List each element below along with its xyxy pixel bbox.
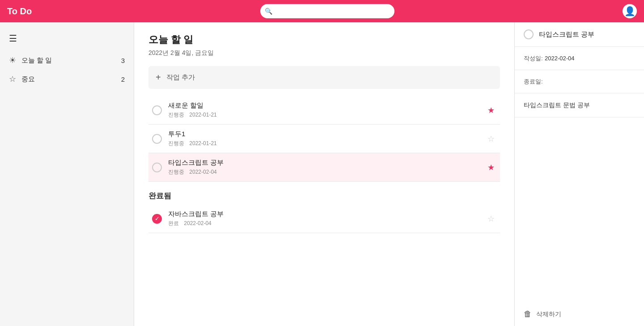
search-container: 🔍: [32, 4, 623, 18]
sidebar: ☰ ☀ 오늘 할 일 3 ☆ 중요 2: [0, 22, 134, 326]
task-meta-new: 진행중 2022-01-21: [168, 111, 486, 119]
star-outline-icon: ☆: [9, 74, 16, 84]
done-tasks-list: ✓ 자바스크립트 공부 완료 2022-02-04 ☆: [148, 205, 500, 233]
task-star-js[interactable]: ☆: [486, 212, 496, 226]
task-content-todo1: 투두1 진행중 2022-01-21: [168, 130, 486, 147]
panel-delete-label: 삭제하기: [536, 310, 561, 318]
panel-task-name: 타입스크립트 공부: [539, 30, 594, 39]
task-item-new[interactable]: 새로운 할일 진행중 2022-01-21 ★: [148, 96, 500, 125]
search-input[interactable]: [260, 4, 394, 18]
sun-icon: ☀: [9, 55, 16, 65]
task-name-js: 자바스크립트 공부: [168, 210, 486, 218]
task-content-new: 새로운 할일 진행중 2022-01-21: [168, 101, 486, 119]
task-meta-todo1: 진행중 2022-01-21: [168, 140, 486, 147]
user-avatar[interactable]: 👤: [623, 4, 637, 18]
add-task-bar[interactable]: + 작업 추가: [148, 66, 500, 89]
main-layout: ☰ ☀ 오늘 할 일 3 ☆ 중요 2 오늘 할 일 2022년 2월 4일, …: [0, 22, 644, 326]
task-status-js: 완료: [168, 220, 179, 226]
panel-created-section: 작성일: 2022-02-04: [515, 47, 644, 70]
app-header: To Do 🔍 👤: [0, 0, 644, 22]
search-wrapper: 🔍: [260, 4, 394, 18]
task-date-js: 2022-02-04: [184, 220, 211, 226]
task-star-typescript[interactable]: ★: [486, 161, 496, 174]
add-icon: +: [156, 72, 161, 83]
page-date: 2022년 2월 4일, 금요일: [148, 49, 500, 57]
sidebar-item-today[interactable]: ☀ 오늘 할 일 3: [0, 51, 134, 70]
task-star-todo1[interactable]: ☆: [486, 132, 496, 146]
panel-memo-section: 타입스크립트 문법 공부: [515, 93, 644, 117]
todo-tasks-list: 새로운 할일 진행중 2022-01-21 ★ 투두1 진행중 2022-01-…: [148, 96, 500, 182]
task-check-js[interactable]: ✓: [152, 214, 162, 224]
sidebar-important-count: 2: [121, 75, 125, 83]
panel-task-title-section: 타입스크립트 공부: [515, 22, 644, 47]
task-date-new: 2022-01-21: [189, 112, 216, 118]
panel-created-value: 2022-02-04: [545, 55, 575, 62]
task-check-todo1[interactable]: [152, 134, 162, 144]
task-meta-typescript: 진행중 2022-02-04: [168, 168, 486, 176]
task-check-typescript[interactable]: [152, 163, 162, 172]
app-title: To Do: [7, 6, 32, 17]
hamburger-button[interactable]: ☰: [0, 29, 134, 47]
task-status-new: 진행중: [168, 112, 184, 118]
sidebar-item-important[interactable]: ☆ 중요 2: [0, 70, 134, 88]
task-name-todo1: 투두1: [168, 130, 486, 138]
panel-memo: 타입스크립트 문법 공부: [524, 100, 635, 110]
task-status-typescript: 진행중: [168, 169, 184, 175]
task-content-js: 자바스크립트 공부 완료 2022-02-04: [168, 210, 486, 227]
task-name-typescript: 타입스크립트 공부: [168, 159, 486, 167]
sidebar-today-label: 오늘 할 일: [21, 56, 121, 65]
task-star-new[interactable]: ★: [486, 104, 496, 117]
panel-delete-row[interactable]: 🗑 삭제하기: [515, 302, 644, 326]
sidebar-today-count: 3: [121, 57, 125, 64]
task-date-typescript: 2022-02-04: [189, 169, 216, 175]
panel-task-title-row: 타입스크립트 공부: [524, 29, 635, 39]
task-content-typescript: 타입스크립트 공부 진행중 2022-02-04: [168, 159, 486, 176]
page-title: 오늘 할 일: [148, 33, 500, 46]
add-task-label: 작업 추가: [166, 73, 195, 82]
panel-task-circle[interactable]: [524, 29, 534, 39]
right-panel: 타입스크립트 공부 작성일: 2022-02-04 종료일: 타입스크립트 문법…: [514, 22, 644, 326]
task-item-js[interactable]: ✓ 자바스크립트 공부 완료 2022-02-04 ☆: [148, 205, 500, 233]
trash-icon: 🗑: [524, 309, 532, 319]
panel-end-label: 종료일:: [524, 78, 543, 85]
main-content: 오늘 할 일 2022년 2월 4일, 금요일 + 작업 추가 새로운 할일 진…: [134, 22, 514, 326]
task-status-todo1: 진행중: [168, 140, 184, 146]
panel-end-section: 종료일:: [515, 70, 644, 93]
task-name-new: 새로운 할일: [168, 101, 486, 110]
task-date-todo1: 2022-01-21: [189, 140, 216, 146]
sidebar-important-label: 중요: [21, 75, 121, 84]
task-item-typescript[interactable]: 타입스크립트 공부 진행중 2022-02-04 ★: [148, 153, 500, 182]
panel-created-label: 작성일:: [524, 55, 543, 62]
completed-section-title: 완료됨: [148, 191, 500, 201]
task-item-todo1[interactable]: 투두1 진행중 2022-01-21 ☆: [148, 125, 500, 153]
task-meta-js: 완료 2022-02-04: [168, 220, 486, 227]
search-icon: 🔍: [265, 8, 272, 15]
task-check-new[interactable]: [152, 105, 162, 115]
